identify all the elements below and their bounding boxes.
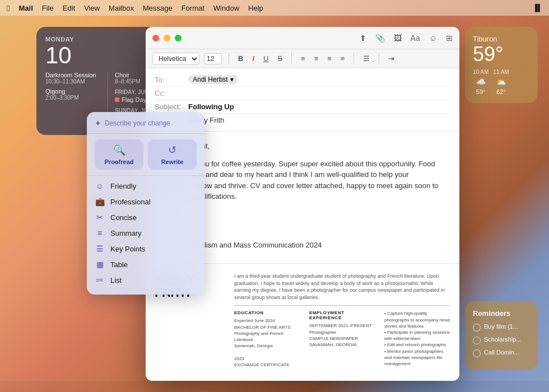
resume-bio: I am a third-year student undergraduate …	[234, 273, 450, 301]
menu-help[interactable]: Help	[248, 4, 263, 12]
rewrite-button[interactable]: ↺ Rewrite	[148, 139, 197, 170]
menu-window[interactable]: Window	[213, 4, 239, 12]
weather-widget: Tiburon 59° 10 AM ☁️ 59° 11 AM ⛅ 62°	[465, 27, 538, 103]
menu-item-summary[interactable]: ≡ Summary	[87, 225, 204, 241]
weather-hour-2: 11 AM ⛅ 62°	[493, 69, 509, 95]
toolbar-separator-1	[229, 53, 229, 64]
close-button[interactable]	[152, 35, 159, 41]
format-icon[interactable]: Aa	[411, 34, 420, 43]
formatting-toolbar: Helvetica B I U S ≡ ≡ ≡ ≡ ☰ ⇥	[146, 49, 459, 68]
from-value: Jenny Frith	[188, 116, 450, 124]
font-size-input[interactable]	[204, 53, 222, 64]
rewrite-label: Rewrite	[161, 158, 184, 165]
weather-temperature: 59°	[473, 44, 530, 64]
indent-button[interactable]: ⇥	[386, 53, 397, 64]
minimize-button[interactable]	[164, 35, 170, 41]
weather-cloud-icon: ☁️	[476, 77, 486, 86]
align-left-button[interactable]: ≡	[299, 53, 308, 64]
table-icon: ▦	[95, 260, 105, 269]
writing-tools-popup: ✦ Describe your change 🔍 Proofread ↺ Rew…	[87, 112, 204, 295]
align-right-button[interactable]: ≡	[325, 53, 334, 64]
list-icon: ≔	[95, 276, 105, 284]
weather-partly-cloud-icon: ⛅	[496, 77, 506, 86]
reminders-widget: Reminders Buy film (1... Scholarship... …	[465, 301, 538, 370]
more-icon[interactable]: ⊞	[446, 34, 453, 43]
menu-file[interactable]: File	[42, 4, 54, 12]
concise-icon: ✂	[95, 213, 105, 222]
menu-item-professional[interactable]: 💼 Professional	[87, 194, 204, 209]
menu-message[interactable]: Message	[143, 4, 173, 12]
writing-tools-actions: 🔍 Proofread ↺ Rewrite	[87, 134, 204, 176]
menubar:  Mail File Edit View Mailbox Message Fo…	[0, 0, 549, 16]
writing-tools-describe: ✦ Describe your change	[87, 112, 204, 134]
menu-item-friendly[interactable]: ☺ Friendly	[87, 178, 204, 194]
photobrowser-icon[interactable]: 🖼	[394, 34, 402, 43]
reminder-3: Call Domin...	[473, 349, 530, 357]
concise-label: Concise	[110, 213, 137, 222]
window-titlebar: ⬆ 📎 🖼 Aa ☺ ⊞	[146, 27, 459, 49]
reminders-title: Reminders	[473, 309, 530, 318]
strikethrough-button[interactable]: S	[275, 53, 285, 64]
resume-bullets: • Capture high-quality photographs to ac…	[384, 310, 450, 367]
menu-item-keypoints[interactable]: ☰ Key Points	[87, 241, 204, 256]
reminder-2: Scholarship...	[473, 336, 530, 344]
align-center-button[interactable]: ≡	[312, 53, 321, 64]
resume-employment-text: SEPTEMBER 2021–PRESENT Photographer CAMP…	[309, 323, 375, 348]
subject-value[interactable]: Following Up	[188, 102, 450, 111]
cc-field[interactable]: Cc:	[155, 87, 450, 100]
underline-button[interactable]: U	[261, 53, 271, 64]
to-badge[interactable]: Andi Herbst ▾	[188, 75, 238, 84]
menu-mail[interactable]: Mail	[18, 4, 32, 12]
sparkle-icon: ✦	[95, 119, 101, 128]
toolbar-separator-3	[353, 53, 354, 64]
apple-menu[interactable]: 	[7, 3, 10, 13]
menu-mailbox[interactable]: Mailbox	[109, 4, 134, 12]
send-icon[interactable]: ⬆	[360, 34, 366, 43]
proofread-button[interactable]: 🔍 Proofread	[95, 139, 143, 170]
calendar-event-2: Qigong 2:00–3:30PM	[45, 88, 101, 101]
professional-icon: 💼	[95, 197, 105, 206]
menu-item-table[interactable]: ▦ Table	[87, 256, 204, 272]
list-label: List	[110, 276, 122, 284]
menu-item-concise[interactable]: ✂ Concise	[87, 209, 204, 225]
menu-item-list[interactable]: ≔ List	[87, 272, 204, 288]
friendly-icon: ☺	[95, 181, 105, 190]
justify-button[interactable]: ≡	[338, 53, 347, 64]
friendly-label: Friendly	[110, 182, 136, 190]
summary-icon: ≡	[95, 228, 105, 237]
toolbar-separator-2	[291, 53, 292, 64]
menu-view[interactable]: View	[84, 4, 100, 12]
table-label: Table	[110, 260, 128, 269]
to-field: To: Andi Herbst ▾	[155, 73, 450, 87]
battery-icon: ▐▌	[533, 4, 542, 12]
professional-label: Professional	[110, 198, 151, 206]
summary-label: Summary	[110, 229, 142, 237]
menu-edit[interactable]: Edit	[63, 4, 75, 12]
attach-icon[interactable]: 📎	[375, 34, 385, 43]
dock-bar	[0, 381, 549, 392]
calendar-event-1: Darkroom Session 10:30–11:30AM	[45, 72, 101, 85]
describe-placeholder[interactable]: Describe your change	[105, 119, 170, 127]
list-button[interactable]: ☰	[361, 53, 372, 64]
italic-button[interactable]: I	[250, 53, 257, 64]
keypoints-icon: ☰	[95, 244, 105, 253]
font-selector[interactable]: Helvetica	[152, 53, 199, 65]
toolbar-separator-4	[379, 53, 379, 64]
subject-field: Subject: Following Up	[155, 100, 450, 114]
menu-format[interactable]: Format	[182, 4, 204, 12]
keypoints-label: Key Points	[110, 245, 145, 253]
weather-location: Tiburon	[473, 35, 530, 43]
resume-employment-title: EMPLOYMENT EXPERIENCE	[309, 310, 375, 320]
weather-hour-1: 10 AM ☁️ 59°	[473, 69, 488, 95]
writing-tools-menu: ☺ Friendly 💼 Professional ✂ Concise ≡ Su…	[87, 176, 204, 290]
resume-education-text: Expected June 2024 BACHELOR OF FINE ARTS…	[234, 318, 300, 368]
proofread-label: Proofread	[105, 158, 134, 165]
emoji-icon[interactable]: ☺	[429, 34, 437, 43]
proofread-icon: 🔍	[113, 144, 125, 156]
rewrite-icon: ↺	[168, 144, 176, 156]
maximize-button[interactable]	[175, 35, 182, 41]
resume-education-title: EDUCATION	[234, 310, 300, 315]
bold-button[interactable]: B	[236, 53, 245, 64]
reminder-1: Buy film (1...	[473, 323, 530, 332]
